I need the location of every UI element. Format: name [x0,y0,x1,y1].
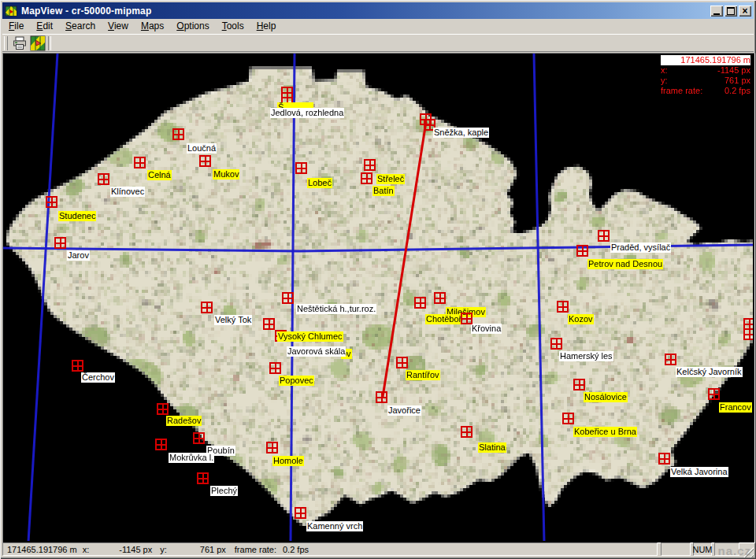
map-marker[interactable] [461,426,472,438]
map-canvas[interactable] [3,54,753,541]
map-label: Popovec [279,376,314,386]
map-label: Petrov nad Desnou [587,259,663,269]
hud-distance: 171465.191796 m [680,55,750,65]
map-marker[interactable] [743,328,753,340]
map-label: Mokrůvka l. [169,453,214,463]
map-marker[interactable] [269,362,281,374]
map-label: Homole [272,456,304,466]
map-label: Studenec [58,211,96,221]
map-label: Radešov [166,416,202,426]
map-label: Mukov [213,169,239,180]
map-marker[interactable] [155,439,167,450]
watermark: na.cz [717,544,751,557]
hud-x-value: -1145 px [717,65,750,76]
map-label: Slatina [478,442,506,453]
map-marker[interactable] [364,159,376,171]
toolbar-grip[interactable] [4,36,8,50]
map-marker[interactable] [157,403,169,415]
map-label: Křovina [471,324,502,334]
map-label: Neštětická h.,tur.roz. [296,304,376,314]
menu-maps[interactable]: Maps [135,19,170,34]
map-marker[interactable] [665,354,676,365]
map-marker[interactable] [414,297,426,309]
status-x-label: x: [83,545,90,554]
coordinate-hud: 171465.191796 m x:-1145 px y:761 px fram… [661,55,750,96]
map-label: Nosálovice [584,392,628,402]
map-label: Javorová skála [287,346,346,357]
map-marker[interactable] [201,302,213,313]
map-marker[interactable] [282,292,294,304]
map-marker[interactable] [134,157,146,168]
map-label: Velký Tok [214,315,252,325]
status-x-value: -1145 px [89,545,152,554]
map-label: Plechý [210,486,238,496]
map-marker[interactable] [72,360,83,372]
maps-icon [30,35,46,51]
map-marker[interactable] [550,338,562,350]
map-marker[interactable] [193,432,205,444]
minimize-button[interactable] [710,6,723,17]
map-marker[interactable] [172,128,184,140]
map-marker[interactable] [434,292,446,304]
map-marker[interactable] [557,301,569,313]
toolbar-separator [48,36,51,50]
printer-icon [12,35,28,51]
map-marker[interactable] [263,318,275,330]
map-marker[interactable] [266,442,278,453]
status-fps-value: 0.2 fps [283,545,309,554]
map-marker[interactable] [576,245,588,257]
map-marker[interactable] [461,313,472,324]
map-marker[interactable] [197,472,209,484]
map-label: Chotěboř [425,314,462,324]
map-label: Kamenný vrch [306,521,363,531]
status-distance: 171465.191796 m [7,545,77,554]
map-marker[interactable] [573,379,585,391]
map-label: Lobeč [307,178,332,188]
menu-search[interactable]: Search [59,19,102,34]
map-marker[interactable] [98,173,109,185]
toolbar [2,34,754,52]
app-window: MapView - cr-50000-mipmap × FileEditSear… [0,0,756,559]
menu-edit[interactable]: Edit [30,19,59,34]
maximize-icon [727,7,735,15]
hud-y-value: 761 px [724,76,750,86]
menu-help[interactable]: Help [250,19,283,34]
map-label: Praděd, vysílač [610,242,671,253]
map-marker[interactable] [361,172,372,184]
status-bar: 171465.191796 m x: -1145 px y: 761 px fr… [2,542,754,557]
status-panel-1 [661,542,691,556]
map-label: Kobeřice u Brna [573,427,637,437]
map-marker[interactable] [199,155,211,167]
map-marker[interactable] [708,388,720,400]
menu-tools[interactable]: Tools [216,19,250,34]
menu-view[interactable]: View [102,19,135,34]
map-label: Loučná [187,143,217,154]
print-button[interactable] [10,35,28,51]
maximize-button[interactable] [724,6,737,17]
status-y-value: 761 px [167,545,226,554]
map-marker[interactable] [376,391,387,403]
map-label: Čerchov [81,372,115,383]
map-label: Hamerský les [559,351,613,361]
map-marker[interactable] [658,453,670,465]
menu-file[interactable]: File [2,19,30,34]
map-marker[interactable] [295,507,306,519]
hud-x-label: x: [661,65,668,76]
map-marker[interactable] [396,357,408,368]
hud-fps-value: 0.2 fps [724,86,750,96]
map-marker[interactable] [54,237,66,249]
map-label: Střeleč [376,174,405,184]
map-marker[interactable] [295,162,307,174]
map-label: Celná [147,170,172,180]
map-label: Kozov [568,314,594,324]
map-label: Velká Javorina [670,467,728,477]
map-label: Vysoký Chlumec [277,331,343,342]
title-bar[interactable]: MapView - cr-50000-mipmap × [2,2,754,19]
close-button[interactable]: × [739,6,751,17]
maps-button[interactable] [28,35,46,51]
menu-options[interactable]: Options [170,19,215,34]
map-marker[interactable] [562,413,574,424]
map-marker[interactable] [46,196,57,208]
map-label: Jarov [67,250,90,261]
map-marker[interactable] [598,230,610,242]
